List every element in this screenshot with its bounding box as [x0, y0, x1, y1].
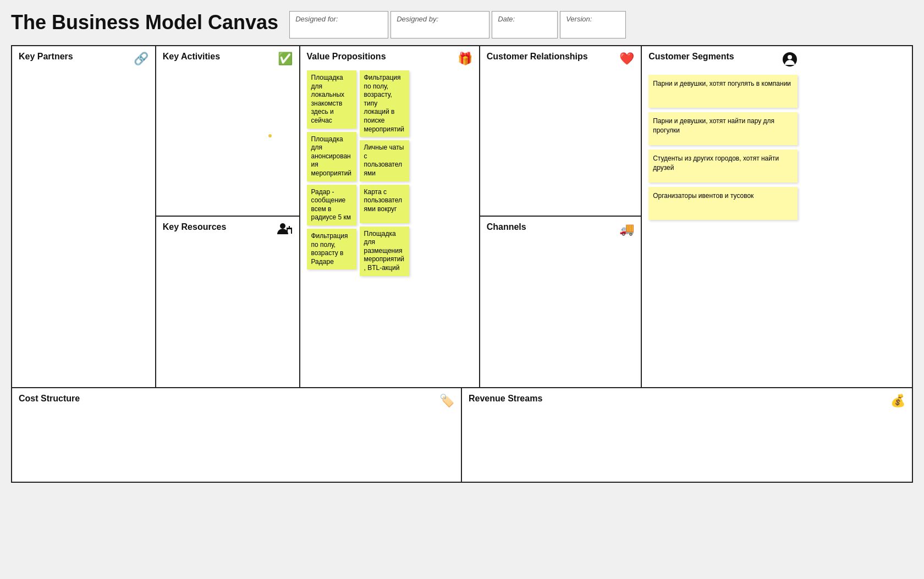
customer-relationships-header: Customer Relationships ❤️: [487, 52, 634, 66]
key-activities-icon: ✅: [278, 52, 293, 66]
key-partners-title: Key Partners: [19, 52, 73, 62]
vp-note-3: Радар - сообщение всем в радиусе 5 км: [307, 185, 356, 225]
vp-note-5: Фильтрация по полу, возрасту, типу локац…: [360, 70, 409, 137]
small-dot-decoration: [268, 134, 272, 137]
key-partners-icon: 🔗: [134, 52, 148, 66]
channels-header: Channels 🚚: [487, 222, 634, 236]
key-resources-icon: [277, 222, 293, 238]
customer-segments-title: Customer Segments: [648, 52, 734, 62]
header-fields: Designed for: Designed by: Date: Version…: [289, 11, 913, 38]
vp-col-right: Фильтрация по полу, возрасту, типу локац…: [360, 70, 409, 276]
customer-segments-section: Customer Segments Парни и девушки, хотят…: [642, 46, 804, 387]
key-activities-resources-column: Key Activities ✅ Key Resources: [156, 46, 300, 387]
customer-relationships-icon: ❤️: [619, 52, 634, 66]
revenue-streams-section: Revenue Streams 💰: [462, 388, 912, 482]
value-propositions-header: Value Propositions 🎁: [307, 52, 472, 66]
date-label: Date:: [498, 15, 552, 23]
svg-rect-4: [291, 229, 292, 234]
designed-for-label: Designed for:: [295, 15, 382, 23]
cs-note-3: Студенты из других городов, хотят найти …: [648, 150, 797, 183]
vp-notes-container: Площадка для локальных знакомств здесь и…: [307, 70, 472, 276]
svg-point-0: [280, 223, 285, 229]
version-field[interactable]: Version:: [560, 11, 626, 38]
customer-segments-notes: Парни и девушки, хотят погулять в компан…: [648, 75, 797, 220]
vp-note-1: Площадка для локальных знакомств здесь и…: [307, 70, 356, 129]
cost-structure-icon: 🏷️: [439, 394, 454, 408]
cs-note-2: Парни и девушки, хотят найти пару для пр…: [648, 112, 797, 145]
revenue-streams-header: Revenue Streams 💰: [469, 394, 905, 408]
page-title: The Business Model Canvas: [11, 11, 278, 34]
key-partners-header: Key Partners 🔗: [19, 52, 148, 66]
customer-segments-header: Customer Segments: [648, 52, 797, 70]
channels-icon: 🚚: [619, 222, 634, 236]
cs-note-4: Организаторы ивентов и тусовок: [648, 187, 797, 220]
business-model-canvas: Key Partners 🔗 Key Activities ✅ Key Reso…: [11, 45, 913, 483]
key-partners-section: Key Partners 🔗: [12, 46, 156, 387]
svg-point-6: [788, 55, 792, 59]
customer-rel-channels-column: Customer Relationships ❤️ Channels 🚚: [480, 46, 642, 387]
vp-note-7: Карта с пользователями вокруг: [360, 185, 409, 223]
vp-note-6: Личные чаты с пользователями: [360, 140, 409, 181]
canvas-bottom: Cost Structure 🏷️ Revenue Streams 💰: [12, 388, 912, 482]
cost-structure-section: Cost Structure 🏷️: [12, 388, 462, 482]
vp-note-4: Фильтрация по полу, возрасту в Радаре: [307, 229, 356, 269]
key-activities-title: Key Activities: [163, 52, 220, 62]
vp-col-left: Площадка для локальных знакомств здесь и…: [307, 70, 356, 276]
svg-rect-1: [287, 228, 292, 229]
version-label: Version:: [566, 15, 620, 23]
customer-relationships-section: Customer Relationships ❤️: [480, 46, 641, 217]
channels-title: Channels: [487, 222, 526, 232]
svg-rect-3: [287, 229, 288, 234]
designed-for-field[interactable]: Designed for:: [289, 11, 388, 38]
key-resources-section: Key Resources: [156, 217, 299, 387]
date-field[interactable]: Date:: [492, 11, 558, 38]
page-header: The Business Model Canvas Designed for: …: [11, 11, 913, 38]
vp-note-2: Площадка для анонсирования мероприятий: [307, 132, 356, 181]
canvas-main: Key Partners 🔗 Key Activities ✅ Key Reso…: [12, 46, 912, 388]
key-resources-header: Key Resources: [163, 222, 293, 238]
designed-by-field[interactable]: Designed by:: [391, 11, 490, 38]
designed-by-label: Designed by:: [397, 15, 483, 23]
value-propositions-section: Value Propositions 🎁 Площадка для локаль…: [300, 46, 480, 387]
vp-note-8: Площадка для размещения мероприятий, BTL…: [360, 227, 409, 276]
cost-structure-header: Cost Structure 🏷️: [19, 394, 454, 408]
cost-structure-title: Cost Structure: [19, 394, 80, 404]
customer-relationships-title: Customer Relationships: [487, 52, 588, 62]
revenue-streams-icon: 💰: [890, 394, 905, 408]
revenue-streams-title: Revenue Streams: [469, 394, 542, 404]
cs-note-1: Парни и девушки, хотят погулять в компан…: [648, 75, 797, 108]
customer-segments-icon: [782, 52, 798, 70]
key-resources-title: Key Resources: [163, 222, 227, 232]
value-propositions-title: Value Propositions: [307, 52, 386, 62]
svg-rect-2: [289, 226, 290, 228]
key-activities-section: Key Activities ✅: [156, 46, 299, 217]
channels-section: Channels 🚚: [480, 217, 641, 387]
key-activities-header: Key Activities ✅: [163, 52, 293, 66]
value-propositions-icon: 🎁: [458, 52, 472, 66]
